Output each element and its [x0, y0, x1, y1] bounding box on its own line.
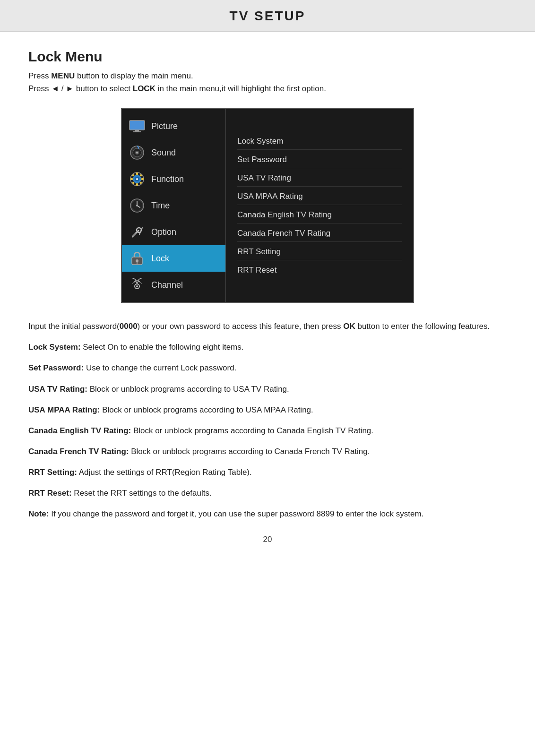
desc-note: Note: If you change the password and for… — [28, 507, 507, 521]
desc-set-password: Set Password: Use to change the current … — [28, 361, 507, 375]
header-title: TV SETUP — [230, 9, 306, 23]
svg-rect-13 — [130, 178, 133, 180]
tv-menu: Picture Sound — [121, 108, 414, 303]
svg-rect-14 — [141, 178, 144, 180]
submenu-item-canada-english-tv-rating[interactable]: Canada English TV Rating — [237, 207, 402, 223]
picture-icon — [129, 118, 146, 135]
submenu-item-lock-system[interactable]: Lock System — [237, 133, 402, 150]
submenu-item-canada-french-tv-rating[interactable]: Canada French TV Rating — [237, 225, 402, 242]
svg-point-29 — [136, 259, 138, 262]
menu-label-channel: Channel — [151, 280, 183, 290]
submenu-item-rrt-setting[interactable]: RRT Setting — [237, 244, 402, 260]
desc-usa-mpaa-rating: USA MPAA Rating: Block or unblock progra… — [28, 404, 507, 417]
function-icon — [129, 171, 146, 188]
desc-usa-tv-rating: USA TV Rating: Block or unblock programs… — [28, 383, 507, 396]
description-block: Input the initial password(0000) or your… — [28, 320, 507, 520]
menu-label-sound: Sound — [151, 148, 176, 158]
menu-left-panel: Picture Sound — [122, 109, 226, 302]
menu-item-time[interactable]: Time — [122, 192, 225, 219]
section-title: Lock Menu — [28, 49, 507, 65]
menu-item-picture[interactable]: Picture — [122, 113, 225, 139]
intro-paragraph: Press MENU button to display the main me… — [28, 69, 507, 95]
channel-icon — [129, 276, 146, 293]
desc-canada-french-tv-rating: Canada French TV Rating: Block or unbloc… — [28, 445, 507, 458]
tv-menu-container: Picture Sound — [121, 108, 414, 303]
menu-item-lock[interactable]: Lock — [122, 245, 225, 272]
svg-rect-11 — [136, 172, 138, 175]
menu-label-lock: Lock — [151, 254, 169, 264]
menu-item-option[interactable]: Option — [122, 219, 225, 245]
submenu-item-usa-tv-rating[interactable]: USA TV Rating — [237, 170, 402, 187]
default-password: 0000 — [120, 322, 138, 331]
svg-point-10 — [136, 178, 138, 180]
intro-line2-suffix: in the main menu,it will highlight the f… — [155, 84, 326, 93]
password-intro: Input the initial password(0000) or your… — [28, 320, 507, 333]
intro-line1-suffix: button to display the main menu. — [75, 71, 193, 80]
sound-icon — [129, 144, 146, 161]
desc-lock-system: Lock System: Select On to enable the fol… — [28, 341, 507, 354]
submenu-item-rrt-reset[interactable]: RRT Reset — [237, 262, 402, 278]
svg-point-32 — [136, 285, 138, 287]
intro-lock-bold: LOCK — [133, 84, 155, 93]
page-number: 20 — [28, 535, 507, 544]
intro-line2-prefix: Press ◄ / ► button to select — [28, 84, 133, 93]
menu-label-picture: Picture — [151, 121, 178, 131]
svg-rect-2 — [133, 131, 141, 132]
desc-canada-english-tv-rating: Canada English TV Rating: Block or unblo… — [28, 424, 507, 438]
ok-button-ref: OK — [343, 322, 355, 331]
submenu-item-set-password[interactable]: Set Password — [237, 152, 402, 168]
menu-label-time: Time — [151, 201, 170, 211]
menu-item-function[interactable]: Function — [122, 166, 225, 192]
menu-item-sound[interactable]: Sound — [122, 139, 225, 166]
intro-menu-bold: MENU — [51, 71, 75, 80]
option-icon — [129, 223, 146, 241]
desc-rrt-reset: RRT Reset: Reset the RRT settings to the… — [28, 487, 507, 500]
svg-rect-0 — [129, 120, 145, 130]
menu-label-option: Option — [151, 227, 176, 237]
lock-icon — [129, 250, 146, 267]
time-icon — [129, 197, 146, 214]
svg-point-23 — [136, 205, 138, 206]
page-header: TV SETUP — [0, 0, 535, 32]
svg-point-6 — [136, 152, 138, 154]
menu-right-panel: Lock System Set Password USA TV Rating U… — [226, 109, 413, 302]
desc-rrt-setting: RRT Setting: Adjust the settings of RRT(… — [28, 466, 507, 479]
intro-line1-prefix: Press — [28, 71, 51, 80]
menu-label-function: Function — [151, 174, 184, 184]
svg-rect-12 — [136, 183, 138, 186]
menu-item-channel[interactable]: Channel — [122, 272, 225, 298]
submenu-item-usa-mpaa-rating[interactable]: USA MPAA Rating — [237, 189, 402, 205]
